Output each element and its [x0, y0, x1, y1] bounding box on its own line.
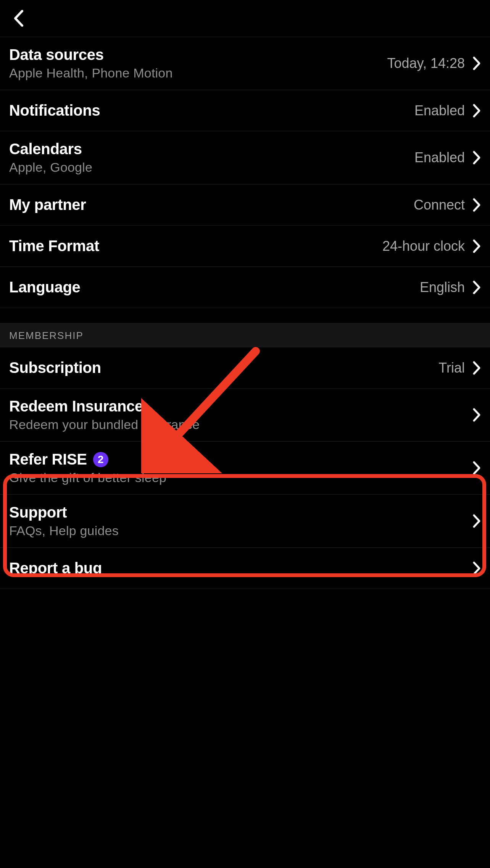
section-gap: [0, 308, 490, 323]
row-value: Today, 14:28: [387, 55, 465, 71]
row-left: Refer RISE 2 Give the gift of better sle…: [9, 451, 472, 485]
header-bar: [0, 0, 490, 37]
row-title: Redeem Insurance: [9, 398, 472, 415]
settings-list: Data sources Apple Health, Phone Motion …: [0, 37, 490, 703]
row-subtitle: FAQs, Help guides: [9, 523, 472, 538]
row-redeem-insurance[interactable]: Redeem Insurance Redeem your bundled Ins…: [0, 388, 490, 441]
row-value: English: [420, 279, 465, 295]
row-right: Trial: [438, 360, 481, 376]
row-value: Connect: [414, 197, 465, 213]
row-left: Notifications: [9, 102, 414, 119]
row-title: Refer RISE 2: [9, 451, 472, 468]
row-left: My partner: [9, 196, 414, 213]
chevron-right-icon: [472, 361, 481, 375]
chevron-right-icon: [472, 56, 481, 71]
row-subtitle: Redeem your bundled Insurance: [9, 417, 472, 432]
row-right: [472, 461, 481, 475]
row-title: Report a bug: [9, 560, 472, 577]
row-left: Time Format: [9, 237, 382, 255]
back-button[interactable]: [9, 9, 27, 27]
back-icon: [13, 10, 24, 27]
trailing-space: [0, 589, 490, 703]
row-left: Language: [9, 279, 420, 296]
chevron-right-icon: [472, 103, 481, 118]
row-notifications[interactable]: Notifications Enabled: [0, 90, 490, 131]
row-right: [472, 408, 481, 422]
row-language[interactable]: Language English: [0, 266, 490, 308]
settings-screen: Data sources Apple Health, Phone Motion …: [0, 0, 490, 868]
chevron-right-icon: [472, 150, 481, 165]
row-value: Trial: [438, 360, 465, 376]
row-left: Report a bug: [9, 560, 472, 577]
row-left: Data sources Apple Health, Phone Motion: [9, 46, 387, 81]
row-title: Calendars: [9, 140, 414, 158]
row-value: Enabled: [414, 150, 465, 166]
row-title: Notifications: [9, 102, 414, 119]
row-left: Redeem Insurance Redeem your bundled Ins…: [9, 398, 472, 432]
row-left: Calendars Apple, Google: [9, 140, 414, 175]
row-report-bug[interactable]: Report a bug: [0, 547, 490, 589]
row-right: Enabled: [414, 103, 481, 119]
chevron-right-icon: [472, 408, 481, 422]
row-title: My partner: [9, 196, 414, 213]
row-value: 24-hour clock: [382, 238, 465, 254]
row-calendars[interactable]: Calendars Apple, Google Enabled: [0, 131, 490, 184]
row-value: Enabled: [414, 103, 465, 119]
chevron-right-icon: [472, 198, 481, 212]
row-subscription[interactable]: Subscription Trial: [0, 347, 490, 388]
row-subtitle: Give the gift of better sleep: [9, 470, 472, 485]
row-subtitle: Apple, Google: [9, 160, 414, 175]
row-subtitle: Apple Health, Phone Motion: [9, 66, 387, 81]
chevron-right-icon: [472, 514, 481, 528]
row-right: 24-hour clock: [382, 238, 481, 254]
row-title: Data sources: [9, 46, 387, 63]
chevron-right-icon: [472, 461, 481, 475]
row-right: Enabled: [414, 150, 481, 166]
section-header-membership: MEMBERSHIP: [0, 323, 490, 347]
chevron-right-icon: [472, 239, 481, 253]
row-right: [472, 514, 481, 528]
row-my-partner[interactable]: My partner Connect: [0, 184, 490, 225]
row-title-text: Refer RISE: [9, 451, 87, 468]
row-left: Subscription: [9, 359, 438, 376]
row-right: English: [420, 279, 481, 295]
row-time-format[interactable]: Time Format 24-hour clock: [0, 225, 490, 266]
row-title: Time Format: [9, 237, 382, 255]
row-right: Today, 14:28: [387, 55, 481, 71]
row-right: Connect: [414, 197, 481, 213]
chevron-right-icon: [472, 561, 481, 576]
row-support[interactable]: Support FAQs, Help guides: [0, 494, 490, 547]
row-title: Support: [9, 504, 472, 521]
chevron-right-icon: [472, 280, 481, 295]
row-title: Subscription: [9, 359, 438, 376]
row-title: Language: [9, 279, 420, 296]
row-right: [472, 561, 481, 576]
row-refer-rise[interactable]: Refer RISE 2 Give the gift of better sle…: [0, 441, 490, 494]
row-data-sources[interactable]: Data sources Apple Health, Phone Motion …: [0, 37, 490, 90]
row-left: Support FAQs, Help guides: [9, 504, 472, 538]
refer-badge: 2: [93, 452, 108, 467]
